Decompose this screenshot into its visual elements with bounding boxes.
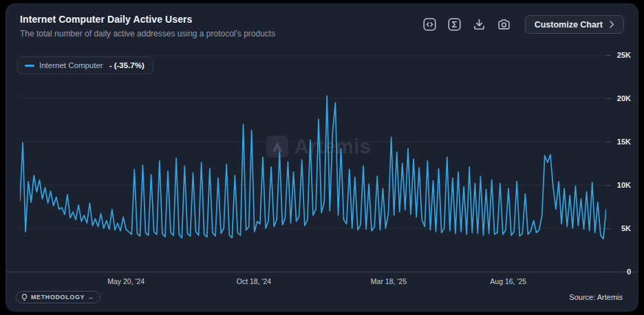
page-title: Internet Computer Daily Active Users xyxy=(20,14,275,25)
download-icon[interactable] xyxy=(473,18,486,32)
series-change-badge: - (-35.7%) xyxy=(109,61,144,69)
header: Internet Computer Daily Active Users The… xyxy=(6,14,638,39)
x-tick-label: Mar 18, '25 xyxy=(371,277,407,285)
customize-chart-label: Customize Chart xyxy=(535,20,603,30)
x-tick-label: Aug 16, '25 xyxy=(490,277,526,285)
series-color-dash xyxy=(25,65,34,67)
page-subtitle: The total number of daily active address… xyxy=(20,29,275,39)
chart-svg xyxy=(20,55,606,272)
y-axis: 05K10K15K20K25K xyxy=(606,55,638,272)
y-tick-label: 0 xyxy=(627,268,631,276)
chevron-right-icon xyxy=(610,21,614,28)
sigma-formula-icon[interactable] xyxy=(448,18,462,32)
y-tick-label: 25K xyxy=(617,51,631,59)
y-tick-mark xyxy=(606,272,611,272)
source-attribution: Source: Artemis xyxy=(569,293,628,301)
x-axis: May 20, '24Oct 18, '24Mar 18, '25Aug 16,… xyxy=(20,272,606,289)
y-tick-mark xyxy=(606,142,611,142)
chart-card: Internet Computer Daily Active Users The… xyxy=(6,3,638,312)
y-tick-label: 5K xyxy=(621,224,631,232)
x-tick-label: May 20, '24 xyxy=(107,277,144,285)
header-text: Internet Computer Daily Active Users The… xyxy=(20,14,275,39)
toolbar: Customize Chart xyxy=(423,15,624,34)
legend[interactable]: Internet Computer - (-35.7%) xyxy=(17,56,153,74)
footer: METHODOLOGY→ Source: Artemis xyxy=(6,289,638,305)
y-tick-label: 15K xyxy=(617,138,631,146)
lightbulb-icon xyxy=(21,294,28,301)
camera-snapshot-icon[interactable] xyxy=(497,18,511,32)
x-tick-label: Oct 18, '24 xyxy=(237,277,271,285)
methodology-button[interactable]: METHODOLOGY→ xyxy=(16,291,100,303)
y-tick-label: 20K xyxy=(617,94,631,102)
y-tick-mark xyxy=(606,98,611,99)
y-tick-mark xyxy=(606,228,611,229)
methodology-label: METHODOLOGY xyxy=(31,294,85,301)
y-tick-mark xyxy=(606,185,611,186)
y-tick-label: 10K xyxy=(617,181,631,189)
chart-zone: Artemis Internet Computer - (-35.7%) 05K… xyxy=(6,55,638,272)
y-tick-mark xyxy=(606,55,611,56)
embed-code-icon[interactable] xyxy=(423,18,437,32)
series-label: Internet Computer xyxy=(39,61,103,69)
customize-chart-button[interactable]: Customize Chart xyxy=(525,15,624,34)
methodology-arrow-icon: → xyxy=(87,294,94,301)
plot-area[interactable]: Artemis Internet Computer - (-35.7%) xyxy=(20,55,606,272)
